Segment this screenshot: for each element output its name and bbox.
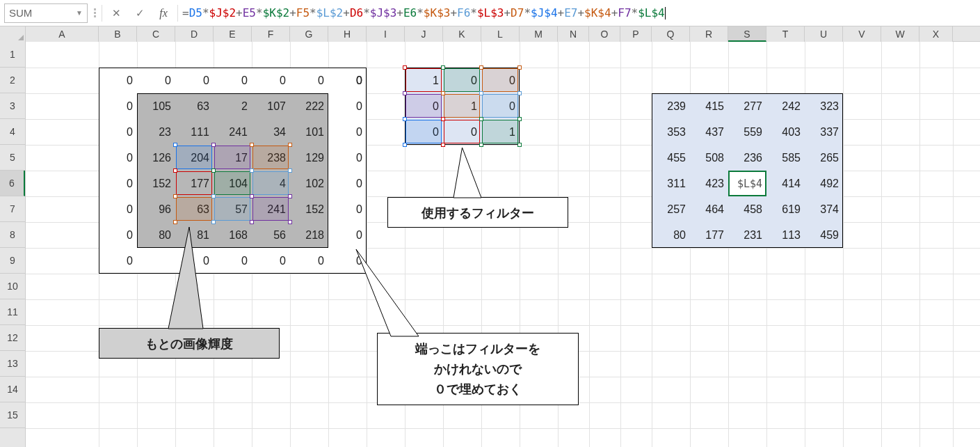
cell-D4[interactable]: 111 <box>175 119 214 145</box>
select-all-corner[interactable] <box>0 26 26 42</box>
col-header-X[interactable]: X <box>919 26 953 42</box>
cell-H7[interactable]: 0 <box>328 196 367 222</box>
cell-C7[interactable]: 96 <box>137 196 175 222</box>
row-header-2[interactable]: 2 <box>0 68 25 93</box>
row-header-11[interactable]: 11 <box>0 299 25 325</box>
cell-B2[interactable]: 0 <box>99 68 137 93</box>
row-header-8[interactable]: 8 <box>0 222 25 248</box>
cell-H8[interactable]: 0 <box>328 222 367 248</box>
cell-Q7[interactable]: 257 <box>652 196 690 222</box>
cell-B5[interactable]: 0 <box>99 145 137 171</box>
cell-C8[interactable]: 80 <box>137 222 175 248</box>
cell-R3[interactable]: 415 <box>690 93 728 119</box>
col-header-V[interactable]: V <box>843 26 881 42</box>
cell-E3[interactable]: 2 <box>214 93 252 119</box>
col-header-E[interactable]: E <box>214 26 252 42</box>
cell-T3[interactable]: 242 <box>766 93 805 119</box>
col-header-L[interactable]: L <box>481 26 520 42</box>
cell-G8[interactable]: 218 <box>290 222 328 248</box>
name-box[interactable]: SUM ▼ <box>4 3 88 23</box>
cell-H9[interactable]: 0 <box>328 248 367 274</box>
cell-Q5[interactable]: 455 <box>652 145 690 171</box>
cell-F3[interactable]: 107 <box>252 93 290 119</box>
cell-Q3[interactable]: 239 <box>652 93 690 119</box>
col-header-F[interactable]: F <box>252 26 290 42</box>
cell-G6[interactable]: 102 <box>290 171 328 196</box>
cell-S5[interactable]: 236 <box>728 145 766 171</box>
col-header-K[interactable]: K <box>443 26 481 42</box>
col-header-P[interactable]: P <box>620 26 652 42</box>
cell-T4[interactable]: 403 <box>766 119 805 145</box>
cell-H4[interactable]: 0 <box>328 119 367 145</box>
col-header-M[interactable]: M <box>520 26 558 42</box>
cell-S4[interactable]: 559 <box>728 119 766 145</box>
cell-G4[interactable]: 101 <box>290 119 328 145</box>
cell-R8[interactable]: 177 <box>690 222 728 248</box>
cell-B8[interactable]: 0 <box>99 222 137 248</box>
cell-H6[interactable]: 0 <box>328 171 367 196</box>
cell-R5[interactable]: 508 <box>690 145 728 171</box>
row-header-15[interactable]: 15 <box>0 402 25 428</box>
cell-Q4[interactable]: 353 <box>652 119 690 145</box>
cell-F2[interactable]: 0 <box>252 68 290 93</box>
row-header-3[interactable]: 3 <box>0 93 25 119</box>
cell-R4[interactable]: 437 <box>690 119 728 145</box>
row-header-9[interactable]: 9 <box>0 248 25 274</box>
col-header-I[interactable]: I <box>367 26 405 42</box>
row-header-10[interactable]: 10 <box>0 274 25 299</box>
cell-S8[interactable]: 231 <box>728 222 766 248</box>
cell-T5[interactable]: 585 <box>766 145 805 171</box>
cell-H2[interactable]: 0 <box>328 68 367 93</box>
cell-B6[interactable]: 0 <box>99 171 137 196</box>
cell-Q6[interactable]: 311 <box>652 171 690 196</box>
cell-F4[interactable]: 34 <box>252 119 290 145</box>
cell-C4[interactable]: 23 <box>137 119 175 145</box>
cell-B7[interactable]: 0 <box>99 196 137 222</box>
spreadsheet[interactable]: ABCDEFGHIJKLMNOPQRSTUVWX 123456789101112… <box>0 26 980 447</box>
cell-F9[interactable]: 0 <box>252 248 290 274</box>
row-header-13[interactable]: 13 <box>0 351 25 377</box>
cell-E2[interactable]: 0 <box>214 68 252 93</box>
cancel-button[interactable]: ✕ <box>106 3 126 23</box>
cell-U7[interactable]: 374 <box>805 196 843 222</box>
cell-U6[interactable]: 492 <box>805 171 843 196</box>
col-header-J[interactable]: J <box>405 26 443 42</box>
cell-U8[interactable]: 459 <box>805 222 843 248</box>
cell-B4[interactable]: 0 <box>99 119 137 145</box>
formula-input[interactable]: =D5*$J$2+E5*$K$2+F5*$L$2+D6*$J$3+E6*$K$3… <box>182 3 976 23</box>
cell-S7[interactable]: 458 <box>728 196 766 222</box>
cell-S3[interactable]: 277 <box>728 93 766 119</box>
row-header-6[interactable]: 6 <box>0 171 25 196</box>
col-header-A[interactable]: A <box>26 26 99 42</box>
cell-T7[interactable]: 619 <box>766 196 805 222</box>
cell-B9[interactable]: 0 <box>99 248 137 274</box>
cell-H3[interactable]: 0 <box>328 93 367 119</box>
col-header-H[interactable]: H <box>328 26 367 42</box>
row-header-5[interactable]: 5 <box>0 145 25 171</box>
cell-F8[interactable]: 56 <box>252 222 290 248</box>
fx-button[interactable]: fx <box>154 3 173 23</box>
cell-B3[interactable]: 0 <box>99 93 137 119</box>
cell-R6[interactable]: 423 <box>690 171 728 196</box>
col-header-C[interactable]: C <box>137 26 175 42</box>
grid[interactable]: 0000000001056321072220023111241341010012… <box>26 42 980 447</box>
cell-C2[interactable]: 0 <box>137 68 175 93</box>
cell-G5[interactable]: 129 <box>290 145 328 171</box>
col-header-D[interactable]: D <box>175 26 214 42</box>
col-header-Q[interactable]: Q <box>652 26 690 42</box>
row-header-12[interactable]: 12 <box>0 325 25 351</box>
col-header-U[interactable]: U <box>805 26 843 42</box>
cell-G7[interactable]: 152 <box>290 196 328 222</box>
col-header-O[interactable]: O <box>589 26 620 42</box>
cell-H5[interactable]: 0 <box>328 145 367 171</box>
cell-G3[interactable]: 222 <box>290 93 328 119</box>
cell-Q8[interactable]: 80 <box>652 222 690 248</box>
cell-C6[interactable]: 152 <box>137 171 175 196</box>
row-header-1[interactable]: 1 <box>0 42 25 68</box>
cell-T8[interactable]: 113 <box>766 222 805 248</box>
cell-E9[interactable]: 0 <box>214 248 252 274</box>
row-header-4[interactable]: 4 <box>0 119 25 145</box>
row-header-7[interactable]: 7 <box>0 196 25 222</box>
cell-G2[interactable]: 0 <box>290 68 328 93</box>
cell-C3[interactable]: 105 <box>137 93 175 119</box>
